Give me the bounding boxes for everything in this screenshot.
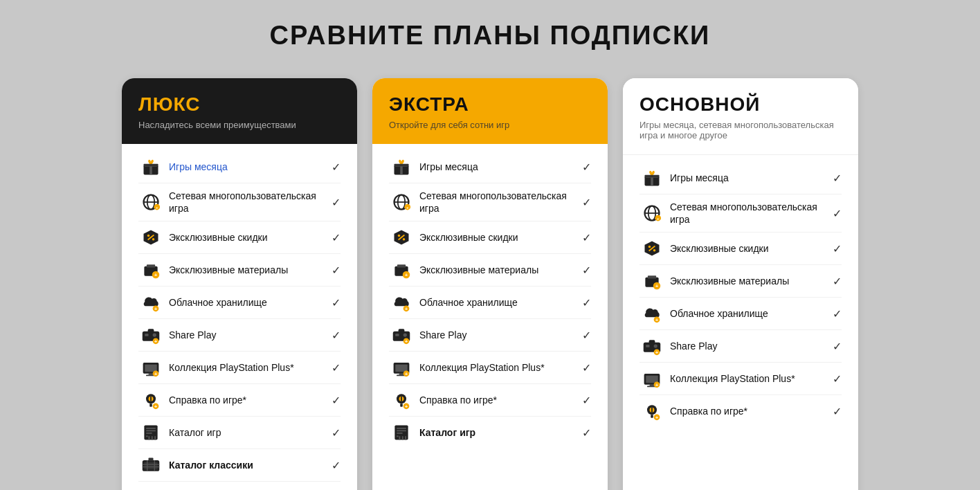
svg-rect-45: [144, 462, 157, 470]
svg-text:+: +: [405, 272, 408, 278]
network-icon: +: [639, 203, 664, 223]
svg-point-111: [653, 249, 656, 252]
feature-text: Каталог игр: [169, 426, 326, 439]
feature-row: + Справка по игре*✓: [389, 384, 591, 417]
feature-check: ✓: [833, 372, 842, 385]
svg-point-10: [152, 238, 155, 241]
svg-rect-76: [395, 334, 399, 337]
feature-row: Игры месяца✓: [138, 151, 341, 183]
classic-icon: [138, 455, 163, 475]
svg-rect-21: [148, 329, 154, 333]
feature-text: Каталог игр: [419, 426, 577, 439]
svg-point-66: [398, 235, 401, 237]
feature-text: Игры месяца: [670, 172, 827, 184]
plan-name-lux: ЛЮКС: [138, 93, 341, 116]
plan-header-extra: ЭКСТРАОткройте для себя сотни игр: [372, 78, 608, 144]
feature-row: + Сетевая многопользовательская игра✓: [639, 194, 842, 233]
feature-check: ✓: [833, 340, 842, 353]
svg-rect-120: [646, 345, 649, 348]
plan-features-lux: Игры месяца✓ + Сетевая многопользователь…: [122, 144, 357, 490]
svg-text:+: +: [655, 317, 659, 323]
svg-text:+: +: [154, 403, 158, 410]
feature-check: ✓: [332, 329, 341, 342]
svg-rect-114: [648, 276, 656, 279]
share-icon: +: [639, 336, 664, 356]
plan-subtitle-basic: Игры месяца, сетевая многопользовательск…: [639, 120, 842, 140]
materials-icon: +: [639, 271, 664, 291]
svg-rect-132: [651, 415, 653, 418]
svg-rect-38: [146, 430, 156, 432]
svg-point-67: [403, 238, 406, 241]
feature-text: Каталог классики: [169, 459, 326, 471]
feature-text: Справка по игре*: [419, 394, 577, 406]
feature-text: Эксклюзивные материалы: [670, 275, 827, 287]
svg-rect-31: [149, 404, 152, 407]
feature-row: Каталог игр✓: [138, 417, 341, 449]
gift-icon: [639, 168, 664, 188]
svg-rect-50: [149, 458, 154, 461]
svg-text:+: +: [657, 216, 660, 221]
svg-text:+: +: [154, 306, 158, 312]
plans-container: ЛЮКСНасладитесь всеми преимуществами Игр…: [40, 78, 940, 490]
svg-rect-37: [146, 428, 156, 429]
network-icon: +: [138, 192, 163, 212]
plan-header-lux: ЛЮКСНасладитесь всеми преимуществами: [122, 78, 357, 144]
hint-icon: +: [389, 390, 414, 410]
feature-check: ✓: [332, 196, 341, 209]
discount-icon: [138, 228, 163, 247]
cloud-icon: +: [389, 293, 414, 312]
plan-subtitle-extra: Откройте для себя сотни игр: [389, 120, 591, 130]
feature-row: + Share Play✓: [639, 330, 842, 363]
plan-features-basic: Игры месяца✓ + Сетевая многопользователь…: [623, 155, 858, 490]
feature-check: ✓: [582, 426, 591, 439]
svg-rect-83: [399, 374, 404, 375]
feature-text: Облачное хранилище: [419, 296, 577, 309]
feature-check: ✓: [833, 307, 842, 320]
svg-rect-2: [149, 165, 152, 174]
plan-features-extra: Игры месяца✓ + Сетевая многопользователь…: [372, 144, 608, 490]
feature-check: ✓: [582, 196, 591, 209]
svg-rect-3: [144, 164, 158, 167]
feature-check: ✓: [332, 264, 341, 277]
feature-row: + Облачное хранилище✓: [389, 287, 591, 319]
feature-row: + Сетевая многопользовательская игра✓: [138, 183, 341, 221]
svg-rect-19: [145, 334, 148, 337]
feature-text: Эксклюзивные материалы: [419, 264, 577, 276]
feature-text: Коллекция PlayStation Plus*: [670, 372, 827, 385]
feature-row: + Справка по игре*✓: [138, 384, 341, 417]
svg-rect-94: [397, 428, 406, 429]
cloud-icon: +: [138, 293, 163, 312]
feature-row: Эксклюзивные скидки✓: [138, 221, 341, 254]
plan-card-extra: ЭКСТРАОткройте для себя сотни игр Игры м…: [372, 78, 608, 490]
feature-text: Облачное хранилище: [169, 296, 326, 309]
svg-point-110: [648, 246, 651, 248]
svg-point-77: [403, 334, 407, 337]
feature-row: + Сетевая многопользовательская игра✓: [389, 183, 591, 221]
feature-text: Облачное хранилище: [670, 307, 827, 320]
feature-check: ✓: [582, 329, 591, 342]
svg-text:+: +: [154, 338, 158, 345]
feature-row: Игры месяца✓: [639, 162, 842, 194]
hint-icon: +: [639, 401, 664, 421]
gift-icon: [138, 157, 163, 176]
feature-check: ✓: [582, 231, 591, 244]
feature-row: + Share Play✓: [138, 319, 341, 352]
svg-rect-103: [651, 176, 653, 185]
svg-text:+: +: [406, 205, 409, 210]
svg-text:+: +: [655, 415, 659, 421]
feature-text: Share Play: [419, 329, 577, 341]
svg-rect-78: [399, 329, 405, 333]
feature-text: Share Play: [670, 340, 827, 352]
page-title: СРАВНИТЕ ПЛАНЫ ПОДПИСКИ: [270, 21, 711, 51]
feature-row: + Эксклюзивные материалы✓: [138, 254, 341, 287]
feature-check: ✓: [332, 296, 341, 309]
svg-rect-26: [149, 374, 154, 375]
feature-check: ✓: [332, 459, 341, 472]
svg-point-9: [147, 235, 150, 237]
svg-rect-127: [650, 385, 655, 386]
hint-icon: +: [138, 390, 163, 410]
collection-icon: +: [138, 358, 163, 377]
feature-text: Сетевая многопользовательская игра: [169, 190, 326, 215]
svg-text:+: +: [405, 338, 408, 345]
svg-point-20: [153, 334, 156, 337]
